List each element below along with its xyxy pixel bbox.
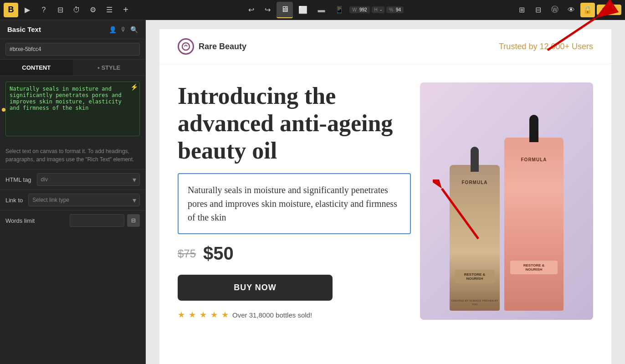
link-to-label: Link to <box>5 197 23 204</box>
logo-icon <box>178 38 194 55</box>
price-row: $75 $50 <box>178 243 411 264</box>
percent-label: % <box>389 7 393 12</box>
bottle-left-label: RESTORE & NOURISH <box>455 270 495 283</box>
settings-button[interactable]: ⚙ <box>86 3 100 17</box>
zoom-input[interactable]: % 94 <box>386 6 404 13</box>
words-input-wrap: ⊟ <box>70 214 140 227</box>
b-logo-button[interactable]: B <box>4 3 18 17</box>
pages-button[interactable]: ⊟ <box>53 3 67 17</box>
zoom-value: 94 <box>396 7 401 12</box>
tab-style[interactable]: • STYLE <box>73 60 146 76</box>
bottle-right-label: RESTORE & NOURISH <box>510 261 558 274</box>
bottle-left-brand-text: FORMULA <box>458 174 492 190</box>
bottle-right: FORMULA RESTORE & NOURISH <box>504 138 564 311</box>
stars-row: ★ ★ ★ ★ ★ Over 31,8000 bottles sold! <box>178 310 411 320</box>
buy-now-button[interactable]: BUY NOW <box>178 275 333 301</box>
canvas-page: Rare Beauty Trusted by 12,000+ Users Int… <box>159 29 611 364</box>
logo-text: Rare Beauty <box>199 42 246 51</box>
link-to-field: Link to Select link type <box>0 190 145 210</box>
canvas-area[interactable]: Rare Beauty Trusted by 12,000+ Users Int… <box>146 20 625 364</box>
panel-header-icons: 👤 🎙 🔍 <box>109 26 138 33</box>
link-to-input-wrap: Select link type <box>28 194 140 206</box>
bottle-left: FORMULA RESTORE & NOURISH CREATED BY SCI… <box>450 165 500 311</box>
toolbar-right: ⊞ ⊟ Ⓦ 👁 🔒 Save <box>511 3 625 17</box>
mobile-view-button[interactable]: 📱 <box>331 2 348 18</box>
bottle-left-label1: RESTORE & <box>464 272 486 277</box>
left-panel: Basic Text 👤 🎙 🔍 CONTENT • STYLE Natural… <box>0 20 146 364</box>
bottle-right-label2: NOURISH <box>526 267 543 272</box>
link-to-select-wrap: Select link type <box>28 194 140 206</box>
panel-hint: Select text on canvas to format it. To a… <box>0 144 145 169</box>
panel-title: Basic Text <box>7 26 41 33</box>
element-id-input[interactable] <box>5 43 140 56</box>
bottle-left-label2: NOURISH <box>466 277 483 281</box>
cursor-tool[interactable]: ▶ <box>20 3 35 17</box>
dot-indicator <box>2 108 5 112</box>
link-to-select[interactable]: Select link type <box>28 194 140 206</box>
preview-button[interactable]: 👁 <box>564 3 579 17</box>
width-value: 992 <box>359 7 367 12</box>
price-new: $50 <box>203 243 234 264</box>
wordpress-button[interactable]: Ⓦ <box>548 3 562 17</box>
tablet-landscape-button[interactable]: ▬ <box>313 2 329 18</box>
redo-button[interactable]: ↪ <box>260 3 275 17</box>
panel-mic-icon[interactable]: 🎙 <box>120 26 127 33</box>
svg-point-3 <box>182 43 190 50</box>
toolbar-center: ↩ ↪ 🖥 ⬜ ▬ 📱 W 992 H - % 94 <box>137 2 511 18</box>
height-label: H <box>374 7 378 12</box>
tab-bar: CONTENT • STYLE <box>0 60 145 76</box>
html-tag-input-wrap: div <box>37 173 140 186</box>
text-area-section: Naturally seals in moisture and signific… <box>0 76 145 144</box>
panel-search-icon[interactable]: 🔍 <box>130 26 138 33</box>
panel-person-icon[interactable]: 👤 <box>109 26 117 33</box>
save-button[interactable]: Save <box>597 5 621 15</box>
layout-button[interactable]: ⊞ <box>515 3 529 17</box>
star-3: ★ <box>200 310 207 320</box>
hero-left: Introducing the advanced anti-ageing bea… <box>178 82 411 320</box>
words-clear-button[interactable]: ⊟ <box>127 214 140 227</box>
hero-right: FORMULA RESTORE & NOURISH CREATED BY SCI… <box>420 82 593 320</box>
tab-content[interactable]: CONTENT <box>0 60 73 76</box>
html-tag-select-wrap: div <box>37 173 140 186</box>
hero-text-box[interactable]: Naturally seals in moisture and signific… <box>178 173 411 234</box>
star-5: ★ <box>221 310 229 320</box>
price-original: $75 <box>178 247 196 260</box>
undo-button[interactable]: ↩ <box>244 3 258 17</box>
hint-text: Select text on canvas to format it. To a… <box>5 148 134 163</box>
files-button[interactable]: ⊟ <box>531 3 546 17</box>
toolbar-left: B ▶ ? ⊟ ⏱ ⚙ ☰ + <box>0 3 137 17</box>
html-tag-label: HTML tag <box>5 176 31 183</box>
star-1: ★ <box>178 310 185 320</box>
logo-wrap: Rare Beauty <box>178 38 246 55</box>
bottle-left-brand: FORMULA <box>462 180 488 185</box>
height-input[interactable]: H - <box>372 6 385 13</box>
top-toolbar: B ▶ ? ⊟ ⏱ ⚙ ☰ + ↩ ↪ 🖥 ⬜ ▬ 📱 W 992 H - % … <box>0 0 625 20</box>
desktop-view-button[interactable]: 🖥 <box>277 2 293 18</box>
width-label: W <box>352 7 356 12</box>
html-tag-field: HTML tag div <box>0 169 145 190</box>
dropper-cap-right <box>529 115 538 142</box>
hero-title: Introducing the advanced anti-ageing bea… <box>178 82 411 164</box>
html-tag-select[interactable]: div <box>37 173 140 186</box>
page-header: Rare Beauty Trusted by 12,000+ Users <box>159 29 611 64</box>
words-limit-input[interactable] <box>70 214 124 227</box>
bottles-container: FORMULA RESTORE & NOURISH CREATED BY SCI… <box>441 128 573 320</box>
trusted-text: Trusted by 12,000+ Users <box>499 42 593 51</box>
bottle-right-brand-text: FORMULA <box>517 151 551 167</box>
save-icon-button[interactable]: 🔒 <box>580 3 595 17</box>
star-2: ★ <box>189 310 196 320</box>
flash-icon: ⚡ <box>130 83 138 91</box>
stars-text: Over 31,8000 bottles sold! <box>232 311 312 319</box>
elements-button[interactable]: ☰ <box>102 3 117 17</box>
text-content-input[interactable]: Naturally seals in moisture and signific… <box>5 82 140 136</box>
words-limit-field: Words limit ⊟ <box>0 210 145 231</box>
tablet-portrait-button[interactable]: ⬜ <box>295 2 311 18</box>
help-button[interactable]: ? <box>36 3 51 17</box>
add-button[interactable]: + <box>118 3 133 17</box>
hero-description: Naturally seals in moisture and signific… <box>188 183 401 224</box>
hero-section: Introducing the advanced anti-ageing bea… <box>159 64 611 329</box>
width-input[interactable]: W 992 <box>349 6 369 13</box>
bottle-right-brand: FORMULA <box>521 157 547 162</box>
history-button[interactable]: ⏱ <box>69 3 84 17</box>
panel-id-section <box>0 39 145 60</box>
